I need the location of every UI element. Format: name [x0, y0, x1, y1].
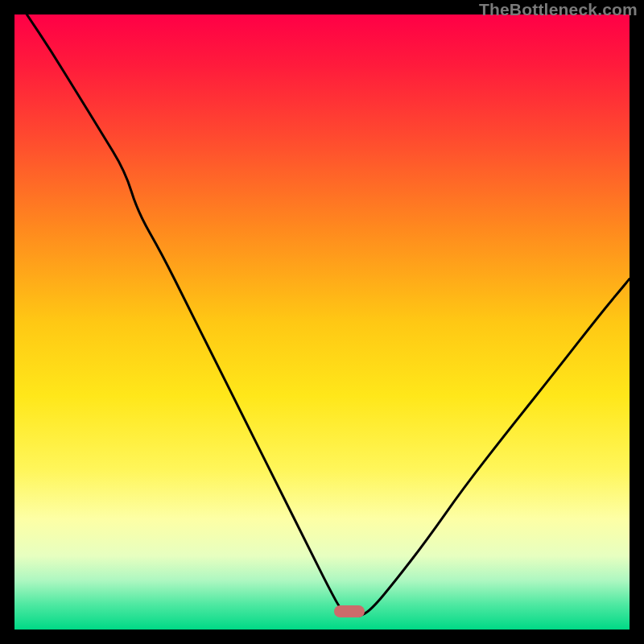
bottleneck-curve-svg [14, 14, 630, 630]
chart-frame: TheBottleneck.com [0, 0, 644, 644]
plot-area [14, 14, 630, 630]
watermark-text: TheBottleneck.com [479, 0, 638, 19]
sweet-spot-marker [334, 605, 365, 617]
bottleneck-curve-line [27, 14, 630, 617]
